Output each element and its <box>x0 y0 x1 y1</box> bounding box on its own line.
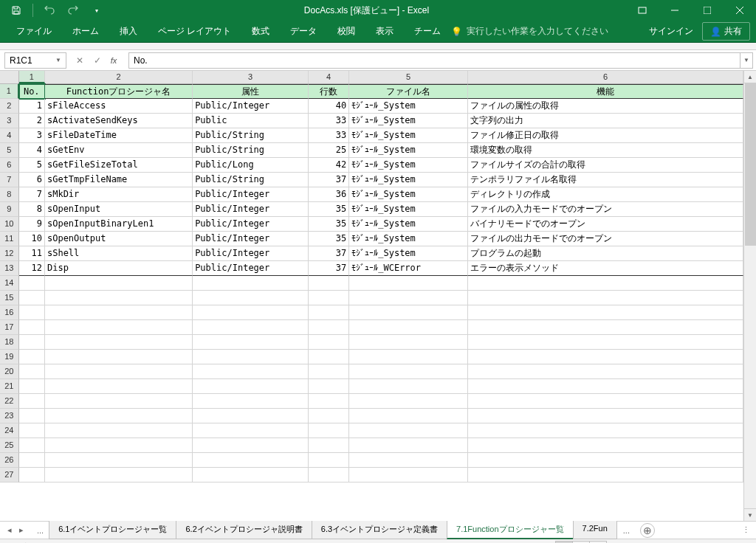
tab-data[interactable]: データ <box>280 21 327 42</box>
column-header[interactable]: 1 <box>19 71 45 83</box>
cell[interactable]: Public/Integer <box>193 217 309 232</box>
cell[interactable] <box>309 291 349 305</box>
row-header[interactable]: 9 <box>0 202 19 217</box>
cell[interactable]: Public/Long <box>193 158 309 173</box>
cell[interactable]: 37 <box>309 173 349 187</box>
cell[interactable] <box>19 423 45 438</box>
cell[interactable]: 属性 <box>193 84 309 99</box>
cell[interactable] <box>45 335 193 350</box>
cell[interactable]: 35 <box>309 202 349 217</box>
cell[interactable] <box>19 453 45 468</box>
cell[interactable] <box>349 423 468 438</box>
cell[interactable]: Public/Integer <box>193 261 309 276</box>
tab-insert[interactable]: 挿入 <box>109 21 148 42</box>
cell[interactable]: ﾓｼﾞｭｰﾙ_System <box>349 187 468 202</box>
column-header[interactable]: 2 <box>45 71 193 83</box>
cell[interactable]: 42 <box>309 158 349 173</box>
cell[interactable] <box>349 409 468 423</box>
cell[interactable] <box>193 423 309 438</box>
cell[interactable] <box>309 305 349 320</box>
cell[interactable]: 25 <box>309 143 349 158</box>
cell[interactable]: 33 <box>309 114 349 128</box>
cell[interactable] <box>468 335 743 350</box>
row-header[interactable]: 10 <box>0 217 19 232</box>
cell[interactable]: 2 <box>19 114 45 128</box>
cell[interactable]: 33 <box>309 128 349 143</box>
cell[interactable]: 37 <box>309 261 349 276</box>
column-header[interactable]: 6 <box>468 71 743 83</box>
row-header[interactable]: 14 <box>0 276 19 291</box>
tab-review[interactable]: 校閲 <box>327 21 365 42</box>
cell[interactable] <box>45 468 193 483</box>
row-header[interactable]: 8 <box>0 187 19 202</box>
cell[interactable] <box>193 453 309 468</box>
cell[interactable]: ファイルの属性の取得 <box>468 99 743 114</box>
cell[interactable] <box>309 335 349 350</box>
cell[interactable]: sOpenOutput <box>45 232 193 246</box>
qat-customize[interactable]: ▾ <box>86 1 107 19</box>
cell[interactable] <box>193 335 309 350</box>
cell[interactable] <box>468 423 743 438</box>
cell[interactable] <box>349 453 468 468</box>
row-header[interactable]: 11 <box>0 232 19 246</box>
cell[interactable]: ﾓｼﾞｭｰﾙ_System <box>349 246 468 261</box>
cell[interactable] <box>309 423 349 438</box>
cell[interactable]: sOpenInput <box>45 202 193 217</box>
cell[interactable] <box>468 350 743 364</box>
cell[interactable]: sOpenInputBinaryLen1 <box>45 217 193 232</box>
cell[interactable] <box>349 291 468 305</box>
cell[interactable]: 9 <box>19 217 45 232</box>
cell[interactable]: sActivateSendKeys <box>45 114 193 128</box>
formula-input[interactable]: No. <box>128 52 740 69</box>
cell[interactable] <box>309 438 349 453</box>
cell[interactable] <box>19 305 45 320</box>
cell[interactable]: ファイルの入力モードでのオープン <box>468 202 743 217</box>
cell[interactable]: Public/Integer <box>193 246 309 261</box>
cell[interactable]: 36 <box>309 187 349 202</box>
cell[interactable] <box>193 438 309 453</box>
row-header[interactable]: 4 <box>0 128 19 143</box>
cell[interactable]: 35 <box>309 217 349 232</box>
column-header[interactable]: 5 <box>349 71 468 83</box>
cell[interactable] <box>19 394 45 409</box>
cell[interactable]: 4 <box>19 143 45 158</box>
sheet-tab[interactable]: 7.1Functionプロシージャー覧 <box>447 521 573 539</box>
sheet-tab[interactable]: 6.1イベントプロシージャー覧 <box>49 521 176 539</box>
new-sheet-button[interactable]: ⊕ <box>640 523 655 538</box>
row-header[interactable]: 23 <box>0 409 19 423</box>
cell[interactable] <box>45 364 193 379</box>
sheet-tab[interactable]: 7.2Fun <box>573 521 617 539</box>
cell[interactable]: ファイル修正日の取得 <box>468 128 743 143</box>
cell[interactable] <box>193 394 309 409</box>
cell[interactable]: Public/String <box>193 173 309 187</box>
view-normal-button[interactable] <box>555 541 573 544</box>
cell[interactable]: 行数 <box>309 84 349 99</box>
cell[interactable]: Public/String <box>193 143 309 158</box>
cell[interactable] <box>468 409 743 423</box>
cell[interactable]: sGetTmpFileName <box>45 173 193 187</box>
cell[interactable]: Public/Integer <box>193 232 309 246</box>
cell[interactable]: ﾓｼﾞｭｰﾙ_System <box>349 114 468 128</box>
cell[interactable]: エラーの表示メソッド <box>468 261 743 276</box>
cell[interactable] <box>45 291 193 305</box>
cell[interactable] <box>309 276 349 291</box>
cell[interactable]: sFileDateTime <box>45 128 193 143</box>
sheet-tab[interactable]: 6.2イベントプロシージャ説明書 <box>176 521 312 539</box>
tabs-overflow-right[interactable]: ... <box>617 526 636 535</box>
cell[interactable]: 8 <box>19 202 45 217</box>
cell[interactable] <box>468 394 743 409</box>
row-header[interactable]: 19 <box>0 350 19 364</box>
cell[interactable]: ﾓｼﾞｭｰﾙ_System <box>349 158 468 173</box>
cell[interactable]: 10 <box>19 232 45 246</box>
cell[interactable]: sShell <box>45 246 193 261</box>
cell[interactable] <box>349 276 468 291</box>
cell[interactable]: 11 <box>19 246 45 261</box>
cell[interactable] <box>193 291 309 305</box>
cell[interactable] <box>19 409 45 423</box>
cell[interactable]: Disp <box>45 261 193 276</box>
row-header[interactable]: 6 <box>0 158 19 173</box>
cell[interactable] <box>45 276 193 291</box>
maximize-button[interactable] <box>691 0 724 21</box>
cell[interactable] <box>349 364 468 379</box>
cell[interactable]: 40 <box>309 99 349 114</box>
